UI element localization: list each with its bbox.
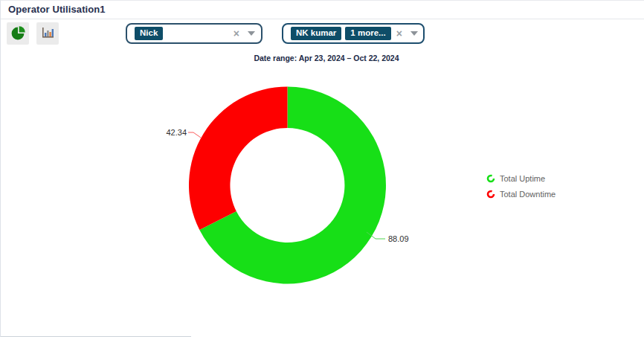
- operator-select[interactable]: Nick ×: [126, 23, 263, 44]
- selected-chip-nk-kumar[interactable]: NK kumar: [291, 27, 341, 40]
- chart-legend: Total Uptime Total Downtime: [486, 170, 556, 202]
- pie-chart-view-button[interactable]: [7, 22, 29, 45]
- page-title: Operator Utilisation1: [8, 4, 106, 15]
- clear-selection-icon[interactable]: ×: [234, 28, 239, 39]
- dropdown-caret-icon[interactable]: [248, 31, 255, 36]
- clear-selection-icon[interactable]: ×: [396, 28, 402, 39]
- bar-chart-icon: [39, 25, 56, 42]
- header-divider: [1, 19, 644, 19]
- dropdown-caret-icon[interactable]: [410, 31, 418, 36]
- legend-label: Total Uptime: [500, 174, 545, 183]
- operator-utilisation-widget: Operator Utilisation1 Nick ×: [0, 0, 644, 337]
- legend-item-total-downtime[interactable]: Total Downtime: [486, 186, 556, 202]
- legend-item-total-uptime[interactable]: Total Uptime: [486, 170, 556, 186]
- uptime-legend-ring-icon: [486, 174, 495, 183]
- downtime-legend-ring-icon: [486, 190, 495, 199]
- selected-chip-more[interactable]: 1 more...: [345, 27, 390, 40]
- donut-chart: 42.34 88.09: [135, 71, 447, 295]
- bar-chart-view-button[interactable]: [36, 22, 59, 45]
- legend-label: Total Downtime: [500, 190, 556, 199]
- downtime-value-label: 42.34: [166, 128, 187, 137]
- machine-select[interactable]: NK kumar 1 more... ×: [282, 23, 425, 44]
- downtime-leader-line: [188, 132, 201, 138]
- selected-chip-nick[interactable]: Nick: [135, 27, 163, 40]
- date-range-label: Date range: Apr 23, 2024 – Oct 22, 2024: [4, 54, 644, 62]
- slice-total-downtime[interactable]: [189, 87, 288, 230]
- uptime-value-label: 88.09: [388, 234, 409, 243]
- pie-chart-icon: [10, 25, 25, 42]
